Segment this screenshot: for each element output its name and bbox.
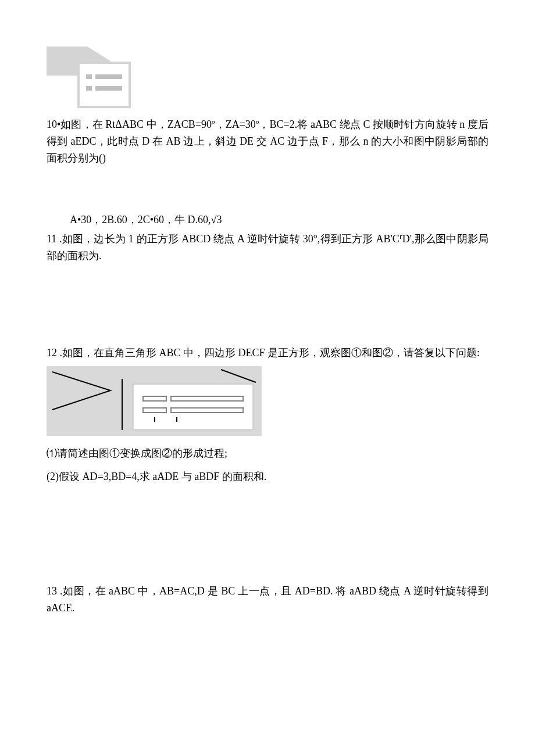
figure-q12 — [47, 366, 262, 436]
question-12-sub2: (2)假设 AD=3,BD=4,求 aADE 与 aBDF 的面积和. — [47, 468, 488, 485]
question-10-options: A•30，2B.60，2C•60，牛 D.60,√3 — [47, 212, 488, 228]
question-12-sub1: ⑴请简述由图①变换成图②的形成过程; — [47, 445, 488, 462]
question-12: 12 .如图，在直角三角形 ABC 中，四边形 DECF 是正方形，观察图①和图… — [47, 345, 488, 361]
svg-rect-9 — [133, 384, 254, 430]
question-13: 13 .如图，在 aABC 中，AB=AC,D 是 BC 上一点，且 AD=BD… — [47, 583, 488, 617]
svg-rect-4 — [86, 86, 92, 91]
question-11: 11 .如图，边长为 1 的正方形 ABCD 绕点 A 逆时针旋转 30°,得到… — [47, 231, 488, 264]
svg-rect-1 — [79, 63, 130, 107]
question-10: 10•如图，在 RtΔABC 中，ZACB=90º，ZA=30º，BC=2.将 … — [47, 116, 488, 166]
svg-rect-5 — [95, 86, 122, 91]
svg-rect-3 — [95, 74, 122, 79]
svg-rect-2 — [86, 74, 92, 79]
figure-q10 — [47, 46, 134, 110]
